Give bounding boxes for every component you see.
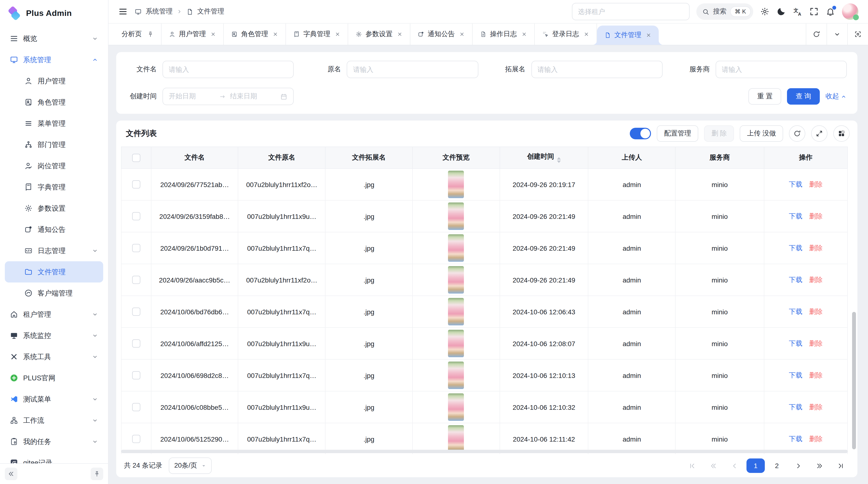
tab-notice-announcement[interactable]: 通知公告	[410, 24, 472, 45]
row-checkbox[interactable]	[132, 212, 140, 221]
file-preview-image[interactable]	[448, 298, 464, 325]
tabs-more-button[interactable]	[827, 24, 847, 45]
close-icon[interactable]	[335, 31, 340, 37]
notifications-bell-icon[interactable]	[826, 7, 835, 17]
close-icon[interactable]	[646, 32, 651, 38]
config-management-button[interactable]: 配置管理	[657, 125, 698, 142]
tenant-select[interactable]	[572, 3, 689, 20]
download-link[interactable]: 下载	[789, 307, 802, 315]
sidebar-item-log-management[interactable]: 日志管理	[5, 240, 103, 261]
tab-analysis[interactable]: 分析页	[114, 24, 161, 45]
provider-input[interactable]	[716, 61, 847, 78]
sidebar-item-user-management[interactable]: 用户管理	[5, 70, 103, 92]
collapse-filter-link[interactable]: 收起	[826, 92, 847, 101]
row-checkbox[interactable]	[132, 244, 140, 252]
language-icon[interactable]: 文A	[793, 7, 802, 17]
page-jump-next-button[interactable]	[810, 458, 829, 473]
file-preview-image[interactable]	[448, 202, 464, 230]
sidebar-item-overview[interactable]: 概览	[5, 28, 103, 49]
download-link[interactable]: 下载	[789, 180, 802, 188]
select-all-checkbox[interactable]	[132, 154, 140, 162]
delete-link[interactable]: 删除	[809, 434, 823, 442]
download-link[interactable]: 下载	[789, 244, 802, 251]
date-range-input[interactable]: 开始日期 结束日期	[162, 88, 294, 105]
sidebar-item-file-management[interactable]: 文件管理	[5, 261, 103, 283]
tab-user-management[interactable]: 用户管理	[161, 24, 224, 45]
table-refresh-button[interactable]	[789, 125, 805, 142]
fullscreen-icon[interactable]	[809, 7, 819, 17]
dark-mode-icon[interactable]	[776, 7, 786, 17]
delete-link[interactable]: 删除	[809, 307, 823, 315]
file-preview-image[interactable]	[448, 425, 464, 453]
sort-icon[interactable]	[557, 157, 561, 163]
sidebar-item-plus-website[interactable]: PLUS官网	[5, 367, 103, 389]
sidebar-item-my-tasks[interactable]: 我的任务	[5, 431, 103, 452]
tab-dict-management[interactable]: 字典管理	[286, 24, 348, 45]
sidebar-item-system-management[interactable]: 系统管理	[5, 49, 103, 70]
sidebar-item-tenant-management[interactable]: 租户管理	[5, 304, 103, 325]
breadcrumb-item[interactable]: 系统管理	[146, 7, 173, 16]
page-jump-prev-button[interactable]	[704, 458, 722, 473]
user-avatar[interactable]	[842, 3, 858, 20]
delete-link[interactable]: 删除	[809, 371, 823, 379]
row-checkbox[interactable]	[132, 276, 140, 284]
sidebar-collapse-button[interactable]	[5, 467, 18, 480]
sidebar-item-system-monitor[interactable]: 系统监控	[5, 325, 103, 346]
sidebar-toggle-icon[interactable]	[118, 7, 128, 17]
sidebar-item-gitee-record[interactable]: gitee记录	[5, 452, 103, 463]
file-preview-image[interactable]	[448, 171, 464, 198]
delete-link[interactable]: 删除	[809, 212, 823, 220]
global-search[interactable]: 搜索 ⌘ K	[696, 3, 753, 20]
tab-role-management[interactable]: 角色管理	[224, 24, 286, 45]
download-link[interactable]: 下载	[789, 371, 802, 379]
row-checkbox[interactable]	[132, 435, 140, 443]
sidebar-pin-button[interactable]	[91, 467, 103, 480]
tab-file-management[interactable]: 文件管理	[597, 26, 659, 45]
sidebar-item-workflow[interactable]: 工作流	[5, 410, 103, 431]
extension-input[interactable]	[531, 61, 662, 78]
sidebar-item-test-menu[interactable]: 测试菜单	[5, 389, 103, 410]
delete-link[interactable]: 删除	[809, 180, 823, 188]
sidebar-item-post-management[interactable]: 岗位管理	[5, 155, 103, 176]
close-icon[interactable]	[210, 31, 216, 37]
page-next-button[interactable]	[789, 458, 807, 473]
tabs-fullscreen-button[interactable]	[847, 24, 868, 45]
tab-param-settings[interactable]: 参数设置	[348, 24, 410, 45]
breadcrumb-item[interactable]: 文件管理	[197, 7, 224, 16]
settings-icon[interactable]	[760, 7, 770, 17]
tab-operation-log[interactable]: 操作日志	[472, 24, 535, 45]
download-link[interactable]: 下载	[789, 339, 802, 347]
upload-button[interactable]: 上传 没做	[740, 125, 783, 142]
download-link[interactable]: 下载	[789, 276, 802, 283]
sidebar-item-dept-management[interactable]: 部门管理	[5, 134, 103, 155]
delete-link[interactable]: 删除	[809, 403, 823, 411]
page-number-button[interactable]: 1	[746, 458, 765, 473]
sidebar-item-role-management[interactable]: 角色管理	[5, 92, 103, 113]
close-icon[interactable]	[521, 31, 527, 37]
row-checkbox[interactable]	[132, 403, 140, 412]
file-preview-image[interactable]	[448, 361, 464, 389]
sidebar-item-dict-management[interactable]: 字典管理	[5, 176, 103, 198]
column-settings-button[interactable]	[833, 125, 850, 142]
reset-button[interactable]: 重 置	[748, 88, 781, 105]
page-number-button[interactable]: 2	[768, 458, 786, 473]
delete-link[interactable]: 删除	[809, 276, 823, 283]
search-button[interactable]: 查 询	[787, 88, 820, 105]
download-link[interactable]: 下载	[789, 212, 802, 220]
close-icon[interactable]	[273, 31, 278, 37]
sidebar-item-menu-management[interactable]: 菜单管理	[5, 113, 103, 134]
delete-link[interactable]: 删除	[809, 339, 823, 347]
download-link[interactable]: 下载	[789, 403, 802, 411]
vertical-scrollbar[interactable]	[852, 148, 856, 452]
tabs-refresh-button[interactable]	[806, 24, 827, 45]
column-header[interactable]: 创建时间	[500, 147, 588, 168]
row-checkbox[interactable]	[132, 340, 140, 348]
sidebar-item-system-tools[interactable]: 系统工具	[5, 346, 103, 367]
file-preview-image[interactable]	[448, 330, 464, 357]
page-size-select[interactable]: 20条/页	[169, 457, 212, 474]
sidebar-item-notice-announcement[interactable]: 通知公告	[5, 219, 103, 240]
close-icon[interactable]	[397, 31, 403, 37]
close-icon[interactable]	[459, 31, 465, 37]
page-first-button[interactable]	[683, 458, 701, 473]
row-checkbox[interactable]	[132, 372, 140, 380]
